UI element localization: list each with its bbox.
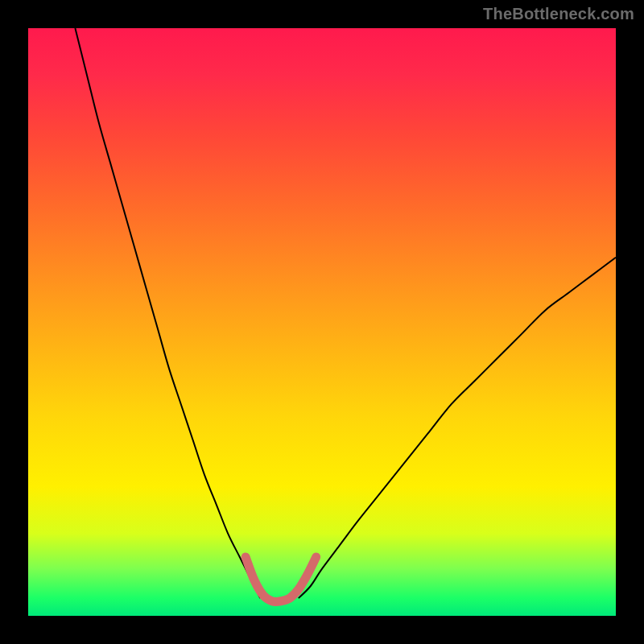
chart-frame: TheBottleneck.com (0, 0, 644, 644)
plot-area (28, 28, 616, 616)
curve-left-branch (75, 28, 260, 598)
curve-right-branch (299, 258, 616, 598)
watermark-text: TheBottleneck.com (483, 5, 634, 23)
chart-svg (28, 28, 616, 616)
valley-highlight (246, 557, 316, 601)
